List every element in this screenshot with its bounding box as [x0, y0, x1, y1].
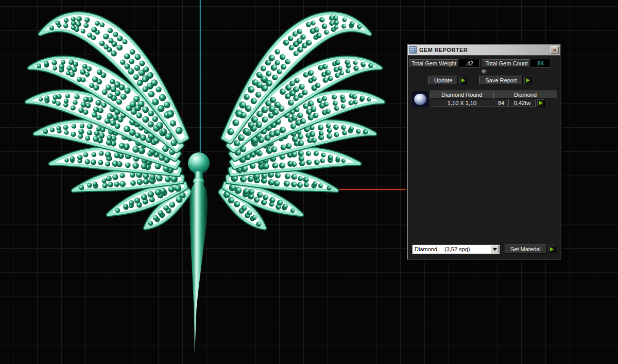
diamond-thumbnail — [411, 91, 430, 108]
collapse-knob[interactable] — [482, 70, 487, 74]
total-gem-weight-label: Total Gem Weight — [409, 59, 459, 67]
gem-table-grid: Diamond Round Diamond 1,10 X 1,10 84 0,4… — [431, 91, 557, 107]
material-dropdown-spg: (3,52 spg) — [444, 246, 491, 252]
update-arrow-button[interactable] — [459, 77, 467, 84]
panel-titlebar[interactable]: GEM REPORTER × — [408, 45, 560, 56]
total-gem-count-value: 84 — [530, 59, 551, 67]
totals-row: Total Gem Weight ,42 Total Gem Count 84 — [409, 59, 559, 67]
material-dropdown[interactable]: Diamond (3,52 spg) — [412, 245, 500, 254]
gem-row-arrow-button[interactable] — [537, 99, 545, 107]
close-icon[interactable]: × — [551, 46, 559, 54]
diamond-gem-icon — [414, 94, 426, 105]
right-wing — [220, 13, 383, 228]
dropdown-arrow-button[interactable] — [491, 245, 499, 253]
play-arrow-icon — [526, 78, 530, 82]
gem-size-cell: 1,10 X 1,10 — [431, 99, 493, 107]
chevron-down-icon — [493, 248, 497, 251]
gem-count-cell: 84 — [493, 99, 509, 107]
update-button[interactable]: Update — [428, 76, 458, 85]
panel-empty-area — [408, 108, 560, 241]
total-gem-weight-value: ,42 — [459, 59, 479, 67]
material-row: Diamond (3,52 spg) Set Material — [412, 245, 556, 254]
panel-title: GEM REPORTER — [419, 47, 548, 53]
left-wing — [27, 13, 190, 228]
set-material-button[interactable]: Set Material — [505, 245, 546, 254]
actions-row: Update Save Report — [412, 76, 556, 85]
play-arrow-icon — [550, 247, 554, 251]
table-header-row: Diamond Round Diamond — [431, 91, 557, 99]
gem-weight-cell: 0,42tw — [509, 99, 536, 107]
play-arrow-icon — [539, 101, 543, 105]
play-arrow-icon — [461, 78, 465, 82]
table-row: 1,10 X 1,10 84 0,42tw — [431, 99, 557, 107]
gem-type-header: Diamond Round — [431, 91, 493, 99]
save-report-arrow-button[interactable] — [524, 77, 532, 84]
gem-reporter-icon — [409, 46, 417, 54]
pendant-bail-ball — [188, 152, 210, 174]
material-header: Diamond — [493, 91, 557, 99]
total-gem-count-label: Total Gem Count — [483, 59, 530, 67]
save-report-button[interactable]: Save Report — [479, 76, 522, 85]
pendant-body — [188, 152, 210, 354]
gem-reporter-panel: GEM REPORTER × Total Gem Weight ,42 Tota… — [407, 44, 561, 260]
pendant-drop — [190, 181, 208, 354]
collapse-handle-row — [408, 70, 560, 74]
material-dropdown-value: Diamond — [415, 246, 444, 252]
3d-viewport[interactable]: GEM REPORTER × Total Gem Weight ,42 Tota… — [0, 0, 618, 364]
set-material-arrow-button[interactable] — [548, 246, 556, 253]
gem-table: Diamond Round Diamond 1,10 X 1,10 84 0,4… — [411, 91, 557, 108]
